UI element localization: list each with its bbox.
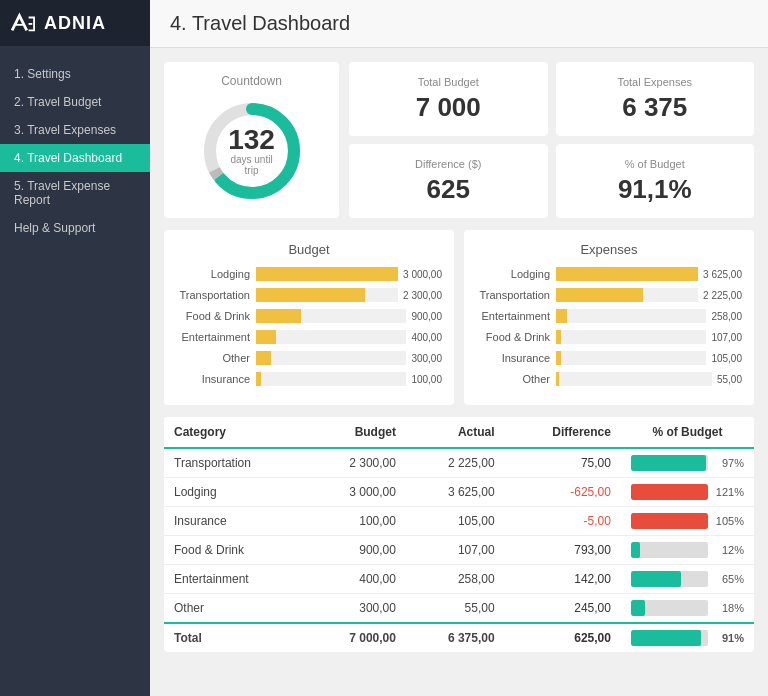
cell-diff: -5,00	[505, 507, 621, 536]
cell-budget: 900,00	[307, 536, 406, 565]
cell-actual: 107,00	[406, 536, 505, 565]
metric-card: % of Budget 91,1%	[556, 144, 755, 218]
sidebar-nav-item[interactable]: 1. Settings	[0, 60, 150, 88]
bar-label: Transportation	[476, 289, 556, 301]
sidebar-nav-item[interactable]: 2. Travel Budget	[0, 88, 150, 116]
metric-label: Total Budget	[418, 76, 479, 88]
progress-bar-fill	[631, 542, 640, 558]
bar-value: 100,00	[411, 374, 442, 385]
bar-value: 105,00	[711, 353, 742, 364]
table-row: Lodging 3 000,00 3 625,00 -625,00 121%	[164, 478, 754, 507]
cell-pct: 91%	[621, 623, 754, 652]
cell-category: Insurance	[164, 507, 307, 536]
cell-category: Lodging	[164, 478, 307, 507]
sidebar-nav-item[interactable]: 4. Travel Dashboard	[0, 144, 150, 172]
sidebar-nav-item[interactable]: 5. Travel Expense Report	[0, 172, 150, 214]
metric-card: Difference ($) 625	[349, 144, 548, 218]
countdown-center: 132 days until trip	[224, 126, 279, 176]
bar-track	[556, 330, 706, 344]
progress-cell: 65%	[631, 571, 744, 587]
sidebar-nav-item[interactable]: 3. Travel Expenses	[0, 116, 150, 144]
summary-table-card: Category Budget Actual Difference % of B…	[164, 417, 754, 652]
bar-track	[256, 288, 398, 302]
metric-value: 7 000	[416, 92, 481, 123]
bar-label: Transportation	[176, 289, 256, 301]
cell-diff: 142,00	[505, 565, 621, 594]
cell-diff: 245,00	[505, 594, 621, 624]
progress-cell: 18%	[631, 600, 744, 616]
cell-actual: 2 225,00	[406, 448, 505, 478]
bar-row: Other 300,00	[176, 351, 442, 365]
progress-label: 105%	[714, 515, 744, 527]
logo: ADNIA	[0, 0, 150, 46]
bar-fill	[556, 351, 561, 365]
metric-label: Total Expenses	[617, 76, 692, 88]
progress-cell: 105%	[631, 513, 744, 529]
donut-chart: 132 days until trip	[197, 96, 307, 206]
cell-diff: 793,00	[505, 536, 621, 565]
expenses-chart-title: Expenses	[476, 242, 742, 257]
cell-pct: 18%	[621, 594, 754, 624]
bar-row: Insurance 105,00	[476, 351, 742, 365]
progress-label: 97%	[714, 457, 744, 469]
logo-text: ADNIA	[44, 13, 106, 34]
bar-track	[556, 309, 706, 323]
bar-value: 3 000,00	[403, 269, 442, 280]
progress-bar-wrap	[631, 513, 708, 529]
table-row: Other 300,00 55,00 245,00 18%	[164, 594, 754, 624]
countdown-card: Countdown 132 days until trip	[164, 62, 339, 218]
progress-cell: 91%	[631, 630, 744, 646]
progress-bar-fill	[631, 455, 706, 471]
table-row: Food & Drink 900,00 107,00 793,00 12%	[164, 536, 754, 565]
col-budget: Budget	[307, 417, 406, 448]
bar-fill	[556, 267, 698, 281]
bar-row: Food & Drink 107,00	[476, 330, 742, 344]
bar-label: Entertainment	[176, 331, 256, 343]
metric-card: Total Expenses 6 375	[556, 62, 755, 136]
bar-label: Entertainment	[476, 310, 556, 322]
cell-budget: 300,00	[307, 594, 406, 624]
progress-cell: 12%	[631, 542, 744, 558]
progress-bar-fill	[631, 484, 708, 500]
progress-bar-fill	[631, 571, 681, 587]
bar-value: 900,00	[411, 311, 442, 322]
metric-label: % of Budget	[625, 158, 685, 170]
bar-fill	[256, 288, 365, 302]
cell-category: Transportation	[164, 448, 307, 478]
bar-track	[256, 351, 406, 365]
bar-track	[556, 372, 712, 386]
progress-bar-wrap	[631, 600, 708, 616]
cell-pct: 121%	[621, 478, 754, 507]
bar-row: Transportation 2 225,00	[476, 288, 742, 302]
bar-row: Other 55,00	[476, 372, 742, 386]
metrics-grid: Total Budget 7 000 Total Expenses 6 375 …	[349, 62, 754, 218]
bar-value: 2 300,00	[403, 290, 442, 301]
sidebar-nav-item[interactable]: Help & Support	[0, 214, 150, 242]
bar-label: Food & Drink	[476, 331, 556, 343]
cell-budget: 3 000,00	[307, 478, 406, 507]
bar-value: 2 225,00	[703, 290, 742, 301]
cell-pct: 65%	[621, 565, 754, 594]
progress-cell: 121%	[631, 484, 744, 500]
sidebar-nav: 1. Settings2. Travel Budget3. Travel Exp…	[0, 46, 150, 696]
top-row: Countdown 132 days until trip	[164, 62, 754, 218]
cell-budget: 400,00	[307, 565, 406, 594]
cell-category: Food & Drink	[164, 536, 307, 565]
bar-row: Food & Drink 900,00	[176, 309, 442, 323]
metric-value: 6 375	[622, 92, 687, 123]
cell-pct: 97%	[621, 448, 754, 478]
metric-value: 91,1%	[618, 174, 692, 205]
page-title: 4. Travel Dashboard	[170, 12, 748, 35]
content-area: Countdown 132 days until trip	[150, 48, 768, 666]
progress-label: 18%	[714, 602, 744, 614]
progress-cell: 97%	[631, 455, 744, 471]
metric-card: Total Budget 7 000	[349, 62, 548, 136]
progress-label: 91%	[714, 632, 744, 644]
cell-budget: 2 300,00	[307, 448, 406, 478]
table-header-row: Category Budget Actual Difference % of B…	[164, 417, 754, 448]
bar-fill	[256, 351, 271, 365]
col-category: Category	[164, 417, 307, 448]
cell-actual: 105,00	[406, 507, 505, 536]
cell-category: Total	[164, 623, 307, 652]
cell-budget: 7 000,00	[307, 623, 406, 652]
